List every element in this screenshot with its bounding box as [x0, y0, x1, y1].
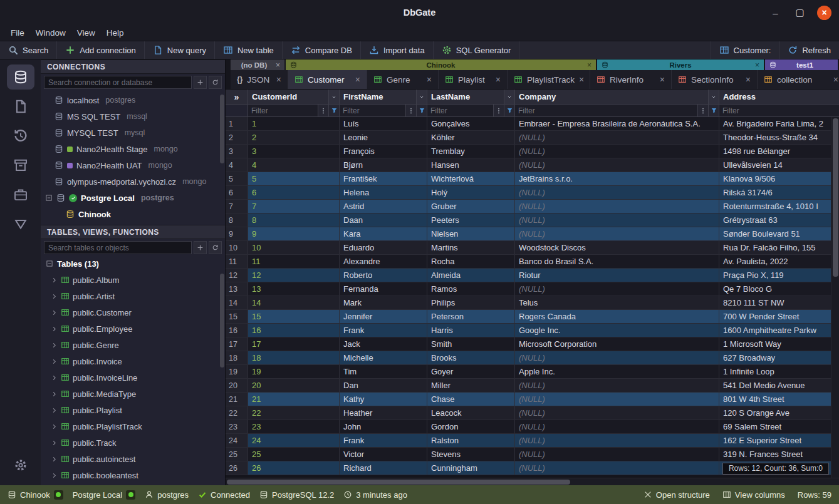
cell-firstname[interactable]: Alexandre	[340, 255, 427, 268]
filter-funnel-button[interactable]	[416, 105, 427, 116]
cell-customerid[interactable]: 14	[248, 296, 340, 309]
filter-menu-button[interactable]	[697, 105, 708, 116]
grid-row[interactable]: 1010EduardoMartinsWoodstock DiscosRua Dr…	[226, 241, 839, 255]
filter-menu-button[interactable]	[493, 105, 504, 116]
grid-row[interactable]: 33FrançoisTremblay(NULL)1498 rue Bélange…	[226, 145, 839, 158]
cell-lastname[interactable]: Wichterlová	[427, 172, 515, 185]
refresh-connections-button[interactable]	[209, 76, 222, 89]
column-menu-button[interactable]	[328, 90, 339, 104]
cell-lastname[interactable]: Harris	[427, 324, 515, 337]
close-tab-icon[interactable]: ×	[746, 75, 751, 85]
grid-row[interactable]: 2222HeatherLeacock(NULL)120 S Orange Ave	[226, 406, 839, 420]
cell-customerid[interactable]: 21	[248, 393, 340, 406]
cell-company[interactable]: Microsoft Corporation	[515, 337, 719, 351]
cell-address[interactable]: Sønder Boulevard 51	[719, 227, 839, 240]
status-connected[interactable]: Connected	[198, 490, 250, 500]
row-number[interactable]: 21	[226, 393, 248, 406]
cell-lastname[interactable]: Chase	[427, 393, 515, 406]
sidebar-icon-history[interactable]	[7, 123, 34, 148]
status-postgresql-12-2[interactable]: PostgreSQL 12.2	[259, 490, 334, 500]
cell-company[interactable]: Embraer - Empresa Brasileira de Aeronáut…	[515, 117, 719, 130]
grid-row[interactable]: 55FrantišekWichterlováJetBrains s.r.o.Kl…	[226, 172, 839, 186]
cell-company[interactable]: (NULL)	[515, 393, 719, 406]
table-item-public-invoice[interactable]: public.Invoice	[41, 353, 225, 369]
toolbar-button-search[interactable]: Search	[0, 41, 57, 59]
row-number[interactable]: 6	[226, 186, 248, 199]
table-item-public-invoiceline[interactable]: public.InvoiceLine	[41, 369, 225, 386]
cell-address[interactable]: Theodor-Heuss-Straße 34	[719, 131, 839, 144]
tab-playlisttrack[interactable]: PlaylistTrack×	[508, 70, 590, 89]
row-number[interactable]: 14	[226, 296, 248, 309]
connection-item-ms-sql-test[interactable]: MS SQL TESTmssql	[41, 108, 225, 125]
cell-lastname[interactable]: Gordon	[427, 420, 515, 433]
row-number[interactable]: 23	[226, 420, 248, 433]
grid-row[interactable]: 1818MichelleBrooks(NULL)627 Broadway	[226, 351, 839, 365]
row-number[interactable]: 13	[226, 282, 248, 296]
connection-item-olympus-medportal-vychozi-cz[interactable]: olympus-medportal.vychozi.czmongo	[41, 173, 225, 190]
filter-funnel-button[interactable]	[708, 105, 719, 116]
column-header-firstname[interactable]: FirstName	[340, 90, 427, 104]
menu-file[interactable]: File	[5, 25, 30, 41]
column-header-company[interactable]: Company	[515, 90, 719, 104]
cell-company[interactable]: (NULL)	[515, 131, 719, 144]
cell-customerid[interactable]: 23	[248, 420, 340, 433]
toolbar-button-new-query[interactable]: New query	[145, 41, 215, 59]
cell-lastname[interactable]: Philips	[427, 296, 515, 309]
filter-funnel-button[interactable]	[504, 105, 514, 116]
toolbar-button-add-connection[interactable]: Add connection	[57, 41, 145, 59]
cell-company[interactable]: Apple Inc.	[515, 365, 719, 378]
filter-input-firstname[interactable]	[340, 106, 405, 115]
cell-company[interactable]: (NULL)	[515, 213, 719, 227]
row-number[interactable]: 8	[226, 213, 248, 227]
grid-row[interactable]: 11LuísGonçalvesEmbraer - Empresa Brasile…	[226, 117, 839, 131]
cell-company[interactable]: (NULL)	[515, 227, 719, 240]
cell-company[interactable]: (NULL)	[515, 406, 719, 419]
sidebar-icon-archive[interactable]	[7, 153, 34, 178]
cell-address[interactable]: 541 Del Medio Avenue	[719, 379, 839, 392]
cell-company[interactable]: Google Inc.	[515, 324, 719, 337]
cell-lastname[interactable]: Holý	[427, 186, 515, 199]
status-postgres[interactable]: postgres	[145, 490, 189, 500]
cell-lastname[interactable]: Martins	[427, 241, 515, 254]
row-number[interactable]: 17	[226, 337, 248, 351]
cell-address[interactable]: Qe 7 Bloco G	[719, 282, 839, 296]
cell-address[interactable]: 1 Microsoft Way	[719, 337, 839, 351]
filter-input-customerid[interactable]	[248, 106, 318, 115]
expand-columns-header[interactable]: »	[226, 90, 248, 104]
cell-firstname[interactable]: Frank	[340, 324, 427, 337]
cell-customerid[interactable]: 2	[248, 131, 340, 144]
cell-lastname[interactable]: Hansen	[427, 158, 515, 172]
cell-firstname[interactable]: Michelle	[340, 351, 427, 364]
close-tab-icon[interactable]: ×	[496, 75, 501, 85]
cell-address[interactable]: 801 W 4th Street	[719, 393, 839, 406]
table-item-public-autoinctest[interactable]: public.autoinctest	[41, 451, 225, 467]
row-number[interactable]: 25	[226, 448, 248, 461]
cell-lastname[interactable]: Köhler	[427, 131, 515, 144]
grid-row[interactable]: 1111AlexandreRochaBanco do Brasil S.A.Av…	[226, 255, 839, 269]
row-number[interactable]: 12	[226, 269, 248, 282]
cell-customerid[interactable]: 10	[248, 241, 340, 254]
cell-firstname[interactable]: Victor	[340, 448, 427, 461]
cell-firstname[interactable]: Helena	[340, 186, 427, 199]
cell-lastname[interactable]: Cunningham	[427, 461, 515, 475]
grid-row[interactable]: 2525VictorStevens(NULL)319 N. Frances St…	[226, 448, 839, 461]
cell-address[interactable]: 1498 rue Bélanger	[719, 145, 839, 158]
connections-scrollbar[interactable]	[220, 95, 224, 163]
cell-customerid[interactable]: 11	[248, 255, 340, 268]
table-item-public-genre[interactable]: public.Genre	[41, 337, 225, 353]
cell-company[interactable]: (NULL)	[515, 282, 719, 296]
cell-firstname[interactable]: Frank	[340, 434, 427, 447]
cell-address[interactable]: Av. Brigadeiro Faria Lima, 2	[719, 117, 839, 130]
status-open-structure[interactable]: Open structure	[644, 490, 710, 500]
toolbar-button-compare-db[interactable]: Compare DB	[283, 41, 361, 59]
cell-firstname[interactable]: Jennifer	[340, 310, 427, 323]
cell-address[interactable]: 69 Salem Street	[719, 420, 839, 433]
cell-firstname[interactable]: Bjørn	[340, 158, 427, 172]
tab-sectioninfo[interactable]: SectionInfo×	[672, 70, 758, 89]
cell-firstname[interactable]: Roberto	[340, 269, 427, 282]
cell-firstname[interactable]: Dan	[340, 379, 427, 392]
horizontal-scroll-thumb[interactable]	[227, 480, 570, 485]
tab-json[interactable]: {}JSON×	[231, 70, 288, 89]
grid-row[interactable]: 2020DanMiller(NULL)541 Del Medio Avenue	[226, 379, 839, 393]
minimize-button[interactable]: –	[768, 6, 783, 20]
